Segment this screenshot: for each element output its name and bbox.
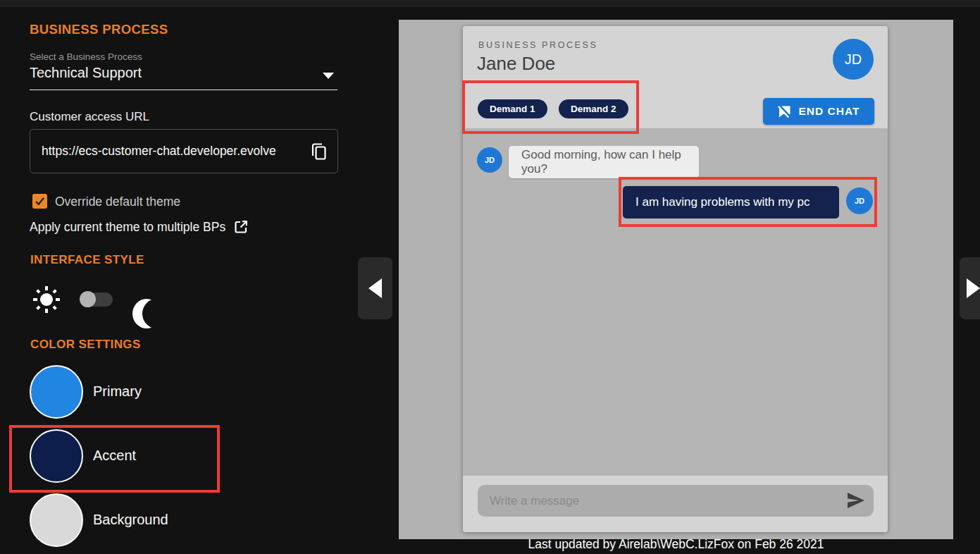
color-settings-heading: COLOR SETTINGS xyxy=(30,338,141,352)
theme-customization-app: BUSINESS PROCESS Select a Business Proce… xyxy=(0,0,980,554)
expand-panel-button[interactable] xyxy=(960,257,980,319)
chat-input-bar xyxy=(463,476,888,532)
copy-icon[interactable] xyxy=(309,142,329,161)
customer-message-bubble: I am having problems with my pc xyxy=(623,186,839,218)
avatar: JD xyxy=(833,39,874,80)
collapse-panel-button[interactable] xyxy=(358,257,392,319)
agent-message-bubble: Good morning, how can I help you? xyxy=(509,146,699,178)
chat-header-label: BUSINESS PROCESS xyxy=(478,40,597,50)
apply-theme-multiple-bps-link[interactable]: Apply current theme to multiple BPs xyxy=(30,219,249,235)
end-chat-button[interactable]: END CHAT xyxy=(763,98,874,125)
demand-1-pill[interactable]: Demand 1 xyxy=(478,99,547,118)
theme-toggle[interactable] xyxy=(80,293,113,307)
triangle-left-icon xyxy=(368,278,382,298)
override-theme-label: Override default theme xyxy=(55,195,180,209)
customer-access-url-label: Customer access URL xyxy=(30,110,149,124)
chevron-down-icon[interactable] xyxy=(323,73,334,79)
sun-icon xyxy=(31,284,62,318)
customer-message-avatar: JD xyxy=(846,187,873,214)
select-underline xyxy=(30,90,337,90)
theme-toggle-knob[interactable] xyxy=(80,291,96,307)
chat-widget-card: BUSINESS PROCESS Jane Doe JD Demand 1 De… xyxy=(463,26,888,532)
agent-message-avatar: JD xyxy=(477,147,502,173)
message-input[interactable] xyxy=(490,485,835,517)
open-in-new-icon[interactable] xyxy=(233,219,249,235)
top-strip xyxy=(0,0,980,7)
message-input-wrap xyxy=(478,485,874,517)
customer-name: Jane Doe xyxy=(477,53,555,75)
primary-color-swatch[interactable] xyxy=(30,365,83,419)
override-theme-checkbox[interactable] xyxy=(32,194,47,209)
business-process-heading: BUSINESS PROCESS xyxy=(30,22,168,37)
moon-icon xyxy=(131,298,162,329)
demand-2-pill[interactable]: Demand 2 xyxy=(559,99,628,118)
interface-style-heading: INTERFACE STYLE xyxy=(30,253,144,267)
chat-preview-area: BUSINESS PROCESS Jane Doe JD Demand 1 De… xyxy=(399,20,953,539)
background-color-swatch[interactable] xyxy=(30,493,83,547)
select-bp-label: Select a Business Process xyxy=(30,51,142,62)
triangle-right-icon xyxy=(967,278,980,298)
apply-theme-label: Apply current theme to multiple BPs xyxy=(30,220,225,235)
accent-color-swatch[interactable] xyxy=(30,429,83,483)
end-chat-label: END CHAT xyxy=(799,105,860,118)
primary-color-label: Primary xyxy=(93,383,142,400)
customer-access-url-input[interactable] xyxy=(42,130,301,173)
send-icon[interactable] xyxy=(845,491,867,512)
last-updated-text: Last updated by Airelab\WebC.LizFox on F… xyxy=(399,537,953,552)
customer-access-url-box xyxy=(30,129,338,173)
background-color-label: Background xyxy=(93,512,168,528)
bp-select[interactable]: Technical Support xyxy=(30,65,142,81)
chat-header: BUSINESS PROCESS Jane Doe JD Demand 1 De… xyxy=(463,26,888,128)
chat-off-icon xyxy=(778,105,792,118)
accent-color-label: Accent xyxy=(93,448,136,464)
